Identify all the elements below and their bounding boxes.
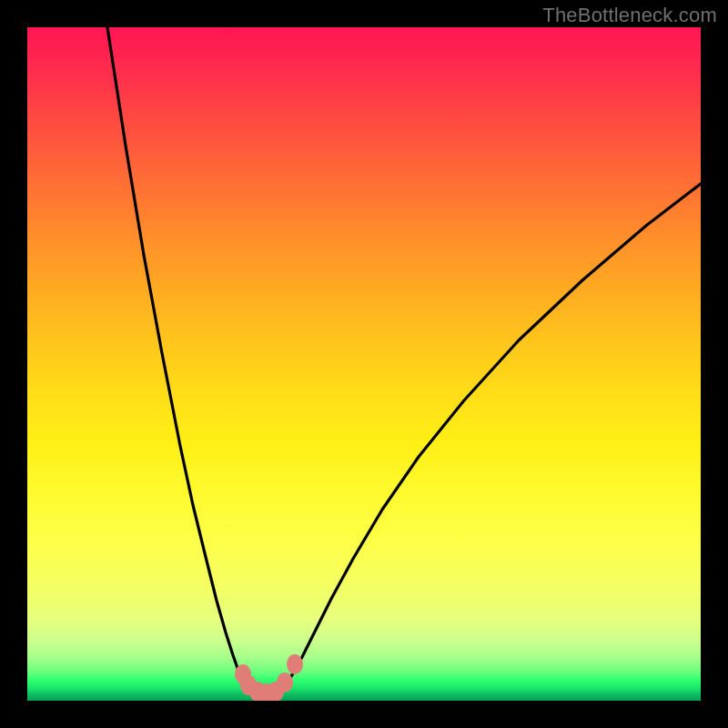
stage: TheBottleneck.com [0, 0, 728, 728]
curve-overlay [27, 27, 701, 701]
bottleneck-curve [107, 27, 701, 693]
valley-marker [277, 672, 293, 693]
valley-markers [235, 654, 303, 701]
valley-marker [287, 654, 303, 674]
watermark-text: TheBottleneck.com [542, 4, 717, 27]
